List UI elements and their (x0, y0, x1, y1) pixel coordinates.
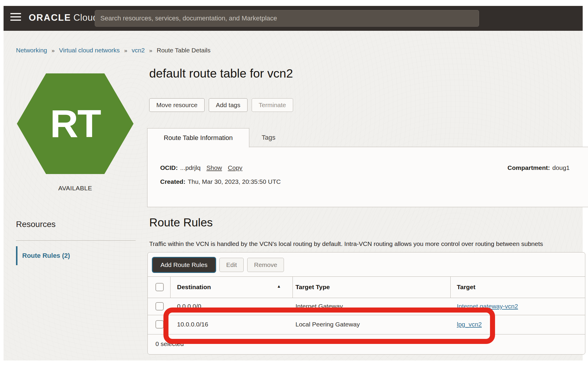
route-rules-table-card: Add Route Rules Edit Remove Destination … (147, 252, 585, 355)
column-divider (293, 276, 293, 298)
action-buttons: Move resource Add tags Terminate (149, 98, 293, 112)
breadcrumb-separator-icon: » (149, 47, 152, 54)
ocid-row: OCID:...pdrjlq Show Copy (160, 164, 242, 171)
route-rules-heading: Route Rules (149, 216, 213, 229)
column-header-target-type[interactable]: Target Type (295, 284, 330, 291)
add-tags-button[interactable]: Add tags (209, 98, 248, 112)
created-label: Created: (160, 178, 185, 185)
target-link[interactable]: lpg_vcn2 (457, 321, 482, 328)
tab-route-table-information[interactable]: Route Table Information (147, 128, 249, 147)
target-link[interactable]: Internet gateway-vcn2 (457, 303, 518, 310)
topbar: ORACLECloud (4, 6, 583, 31)
route-table-hexagon-icon: RT (17, 73, 134, 174)
route-table-information-panel: OCID:...pdrjlq Show Copy Created:Thu, Ma… (147, 147, 588, 207)
remove-button[interactable]: Remove (247, 258, 284, 272)
resources-heading: Resources (16, 220, 56, 229)
breadcrumb-separator-icon: » (124, 47, 127, 54)
cell-destination: 0.0.0.0/0 (177, 303, 201, 310)
compartment-value: doug1 (552, 164, 570, 171)
created-value: Thu, Mar 30, 2023, 20:35:50 UTC (188, 178, 281, 185)
add-route-rules-button[interactable]: Add Route Rules (152, 257, 216, 273)
move-resource-button[interactable]: Move resource (149, 98, 205, 112)
selection-count: 0 selected (155, 340, 184, 347)
select-all-checkbox[interactable] (155, 283, 164, 291)
resource-type-initials: RT (50, 104, 100, 143)
resources-divider (16, 240, 136, 241)
column-header-target[interactable]: Target (457, 284, 475, 291)
breadcrumb: Networking » Virtual cloud networks » vc… (16, 47, 211, 54)
cell-target: lpg_vcn2 (457, 321, 482, 328)
breadcrumb-link-networking[interactable]: Networking (16, 47, 47, 54)
sidebar-item-route-rules[interactable]: Route Rules (2) (16, 246, 136, 265)
brand-oracle: ORACLE (29, 12, 71, 23)
edit-button[interactable]: Edit (219, 258, 244, 272)
sidebar-item-label: Route Rules (2) (22, 252, 70, 260)
column-divider (450, 276, 451, 298)
page-title: default route table for vcn2 (149, 67, 293, 81)
oracle-cloud-logo[interactable]: ORACLECloud (29, 12, 98, 23)
page-background: ORACLECloud Networking » Virtual cloud n… (4, 6, 583, 360)
breadcrumb-link-vcn2[interactable]: vcn2 (132, 47, 145, 54)
ocid-show-link[interactable]: Show (206, 164, 222, 171)
table-header-bottom-border (148, 298, 585, 298)
row-checkbox[interactable] (155, 302, 164, 310)
breadcrumb-link-vcns[interactable]: Virtual cloud networks (59, 47, 120, 54)
row-divider (148, 334, 585, 334)
table-header-top-border (148, 276, 585, 277)
cell-target: Internet gateway-vcn2 (457, 303, 518, 310)
row-checkbox[interactable] (155, 320, 164, 329)
terminate-button[interactable]: Terminate (252, 98, 293, 112)
brand-cloud: Cloud (73, 12, 98, 23)
ocid-copy-link[interactable]: Copy (228, 164, 242, 171)
row-divider (148, 315, 585, 315)
cell-destination: 10.0.0.0/16 (177, 321, 208, 328)
status-badge: AVAILABLE (17, 185, 134, 192)
breadcrumb-separator-icon: » (52, 47, 55, 54)
sort-ascending-icon[interactable]: ▲ (277, 284, 281, 289)
menu-icon[interactable] (10, 13, 21, 23)
cell-target-type: Internet Gateway (295, 303, 343, 310)
search-input[interactable] (95, 10, 479, 27)
column-divider (170, 276, 171, 298)
route-rules-description: Traffic within the VCN is handled by the… (149, 240, 586, 247)
created-row: Created:Thu, Mar 30, 2023, 20:35:50 UTC (160, 178, 281, 185)
cell-target-type: Local Peering Gateway (295, 321, 360, 328)
compartment-label: Compartment: (507, 164, 550, 171)
breadcrumb-current: Route Table Details (157, 47, 211, 54)
column-header-destination[interactable]: Destination (177, 284, 211, 291)
ocid-label: OCID: (160, 164, 178, 171)
compartment-row: Compartment:doug1 (507, 164, 570, 171)
tab-tags[interactable]: Tags (249, 128, 288, 147)
resource-badge-block: RT AVAILABLE (17, 73, 134, 192)
ocid-value: ...pdrjlq (180, 164, 201, 171)
